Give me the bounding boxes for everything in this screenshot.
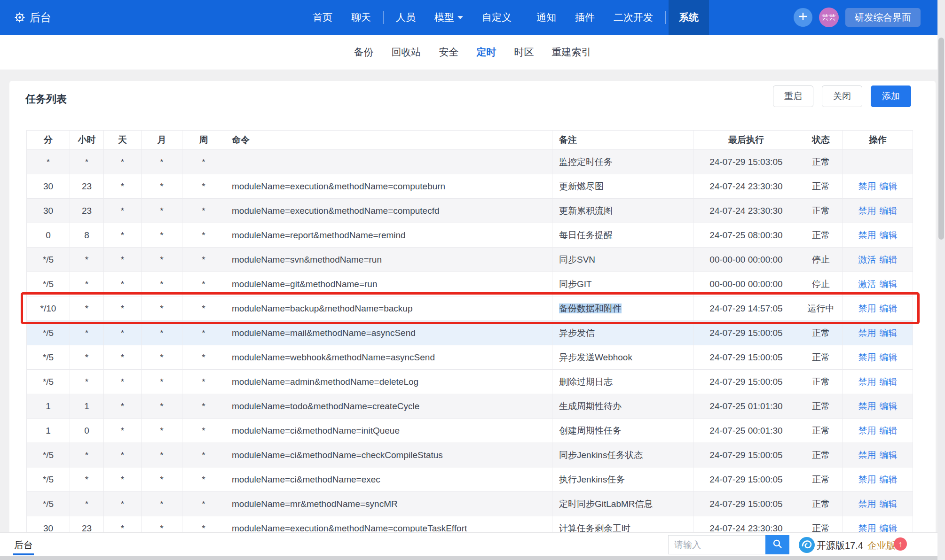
nav-item-chat[interactable]: 聊天 xyxy=(342,0,380,35)
disable-link[interactable]: 禁用 xyxy=(858,499,876,509)
last-run-cell: 24-07-29 15:00:05 xyxy=(693,345,799,370)
activate-link[interactable]: 激活 xyxy=(858,279,876,289)
disable-link[interactable]: 禁用 xyxy=(858,230,876,240)
actions-cell: 激活编辑 xyxy=(843,248,913,272)
disable-link[interactable]: 禁用 xyxy=(858,377,876,387)
cron-min-cell: 1 xyxy=(27,394,70,419)
subnav-item-reindex[interactable]: 重建索引 xyxy=(552,46,591,59)
vertical-scrollbar[interactable] xyxy=(937,0,945,560)
cron-min-cell: * xyxy=(27,150,70,174)
command-cell: moduleName=execution&methodName=computeb… xyxy=(225,174,552,199)
subnav-item-cron[interactable]: 定时 xyxy=(477,46,496,59)
edit-link[interactable]: 编辑 xyxy=(880,328,898,338)
upgrade-arrow-icon[interactable]: ↑ xyxy=(894,537,907,551)
cron-month-cell: * xyxy=(142,223,182,248)
search-button[interactable] xyxy=(765,535,789,554)
nav-item-dev[interactable]: 二次开发 xyxy=(604,0,662,35)
subnav-item-trash[interactable]: 回收站 xyxy=(392,46,421,59)
nav-item-model[interactable]: 模型 xyxy=(425,0,472,35)
cron-week-cell: * xyxy=(182,272,225,296)
cron-week-cell: * xyxy=(182,345,225,370)
version-label: 开源版17.4 xyxy=(817,539,863,552)
add-button[interactable]: 添加 xyxy=(871,86,911,107)
taskbar-search xyxy=(668,535,789,554)
command-cell: moduleName=admin&methodName=deleteLog xyxy=(225,370,552,394)
remark-cell: 异步发送Webhook xyxy=(552,345,693,370)
status-cell: 正常 xyxy=(799,443,843,467)
scrollbar-thumb[interactable] xyxy=(938,38,944,240)
cron-hour-cell: 1 xyxy=(70,394,104,419)
table-row: */5****moduleName=svn&methodName=run同步SV… xyxy=(27,248,913,272)
zentao-logo-icon[interactable] xyxy=(798,537,815,555)
restart-button[interactable]: 重启 xyxy=(773,86,813,107)
nav-item-plugin[interactable]: 插件 xyxy=(566,0,604,35)
edit-link[interactable]: 编辑 xyxy=(880,474,898,484)
disable-link[interactable]: 禁用 xyxy=(858,401,876,411)
cron-week-cell: * xyxy=(182,150,225,174)
disable-link[interactable]: 禁用 xyxy=(858,303,876,313)
edit-link[interactable]: 编辑 xyxy=(880,206,898,216)
nav-item-home[interactable]: 首页 xyxy=(303,0,342,35)
subnav-item-backup[interactable]: 备份 xyxy=(354,46,374,59)
edit-link[interactable]: 编辑 xyxy=(880,426,898,436)
status-cell: 正常 xyxy=(799,467,843,492)
nav-item-custom[interactable]: 自定义 xyxy=(472,0,521,35)
edit-link[interactable]: 编辑 xyxy=(880,499,898,509)
disable-link[interactable]: 禁用 xyxy=(858,523,876,533)
edit-link[interactable]: 编辑 xyxy=(880,279,898,289)
command-cell: moduleName=backup&methodName=backup xyxy=(225,296,552,321)
disable-link[interactable]: 禁用 xyxy=(858,426,876,436)
disable-link[interactable]: 禁用 xyxy=(858,181,876,191)
activate-link[interactable]: 激活 xyxy=(858,255,876,264)
remark-cell: 监控定时任务 xyxy=(552,150,693,174)
disable-link[interactable]: 禁用 xyxy=(858,352,876,362)
status-cell: 正常 xyxy=(799,174,843,199)
subnav-item-safe[interactable]: 安全 xyxy=(439,46,459,59)
last-run-cell: 24-07-29 15:00:05 xyxy=(693,443,799,467)
nav-divider xyxy=(665,11,666,24)
cron-min-cell: 30 xyxy=(27,174,70,199)
edit-link[interactable]: 编辑 xyxy=(880,523,898,533)
nav-item-notify[interactable]: 通知 xyxy=(527,0,566,35)
disable-link[interactable]: 禁用 xyxy=(858,206,876,216)
edit-link[interactable]: 编辑 xyxy=(880,255,898,264)
edit-link[interactable]: 编辑 xyxy=(880,401,898,411)
edit-link[interactable]: 编辑 xyxy=(880,450,898,460)
task-table: 分小时天月周命令备注最后执行状态操作 *****监控定时任务24-07-29 1… xyxy=(26,130,913,541)
brand-label: 后台 xyxy=(30,10,51,25)
disable-link[interactable]: 禁用 xyxy=(858,328,876,338)
edit-link[interactable]: 编辑 xyxy=(880,352,898,362)
task-panel: 任务列表 重启关闭添加 分小时天月周命令备注最后执行状态操作 *****监控定时… xyxy=(9,81,936,560)
cron-day-cell: * xyxy=(104,174,142,199)
table-row: */5****moduleName=webhook&methodName=asy… xyxy=(27,345,913,370)
col-header: 最后执行 xyxy=(693,131,799,150)
upgrade-link[interactable]: 企业版 xyxy=(867,539,896,552)
command-cell: moduleName=report&methodName=remind xyxy=(225,223,552,248)
last-run-cell: 24-07-25 01:01:30 xyxy=(693,394,799,419)
nav-item-system[interactable]: 系统 xyxy=(669,0,709,35)
close-button[interactable]: 关闭 xyxy=(822,86,862,107)
avatar[interactable]: 芸芸 xyxy=(819,8,839,27)
edit-link[interactable]: 编辑 xyxy=(880,181,898,191)
disable-link[interactable]: 禁用 xyxy=(858,474,876,484)
disable-link[interactable]: 禁用 xyxy=(858,450,876,460)
nav-item-staff[interactable]: 人员 xyxy=(386,0,425,35)
col-header: 命令 xyxy=(225,131,552,150)
edit-link[interactable]: 编辑 xyxy=(880,230,898,240)
cron-hour-cell: * xyxy=(70,296,104,321)
last-run-cell: 24-07-25 08:00:30 xyxy=(693,223,799,248)
cron-day-cell: * xyxy=(104,467,142,492)
add-button[interactable] xyxy=(794,8,812,27)
cron-week-cell: * xyxy=(182,467,225,492)
edit-link[interactable]: 编辑 xyxy=(880,303,898,313)
search-input[interactable] xyxy=(668,535,765,554)
workspace-button[interactable]: 研发综合界面 xyxy=(845,8,921,27)
taskbar-app-tab[interactable]: 后台 xyxy=(13,537,34,555)
edit-link[interactable]: 编辑 xyxy=(880,377,898,387)
cron-month-cell: * xyxy=(142,150,182,174)
cron-week-cell: * xyxy=(182,370,225,394)
brand[interactable]: 后台 xyxy=(14,0,51,35)
cron-min-cell: */10 xyxy=(27,296,70,321)
cron-day-cell: * xyxy=(104,248,142,272)
subnav-item-timezone[interactable]: 时区 xyxy=(514,46,534,59)
